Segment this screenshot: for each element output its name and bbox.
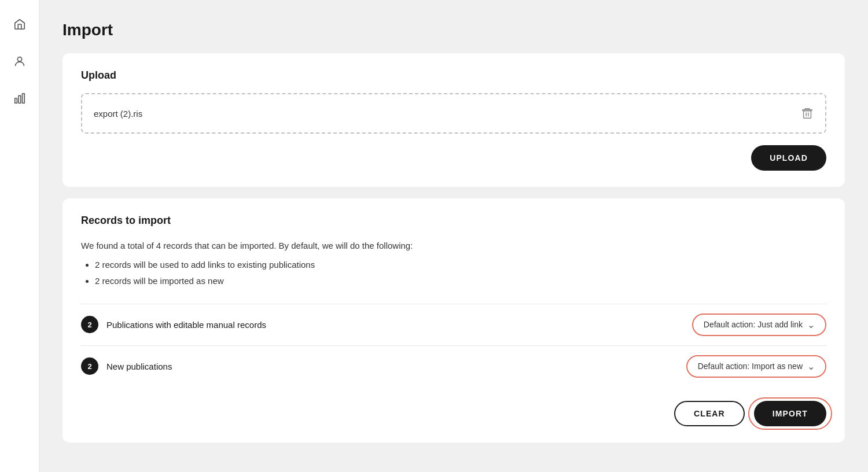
delete-file-icon[interactable] — [801, 107, 814, 120]
clear-button-wrapper: CLEAR — [674, 401, 745, 426]
chevron-down-icon-2: ⌄ — [807, 361, 815, 372]
record-row-1: 2 Publications with editable manual reco… — [81, 304, 826, 345]
home-icon[interactable] — [9, 14, 30, 35]
records-bullet-list: 2 records will be used to add links to e… — [95, 257, 826, 290]
chevron-down-icon-1: ⌄ — [807, 319, 815, 330]
record-label-2: New publications — [106, 362, 686, 371]
svg-point-0 — [17, 57, 21, 61]
action-dropdown-2[interactable]: Default action: Import as new ⌄ — [686, 355, 826, 378]
upload-card-title: Upload — [81, 69, 826, 82]
bullet-item-1: 2 records will be used to add links to e… — [95, 257, 826, 274]
main-content: Import Upload export (2).ris UPLOAD Reco… — [39, 0, 868, 472]
action-dropdown-2-text: Default action: Import as new — [698, 362, 803, 371]
records-card-title: Records to import — [81, 215, 826, 227]
upload-dropzone[interactable]: export (2).ris — [81, 93, 826, 134]
action-dropdown-1[interactable]: Default action: Just add link ⌄ — [692, 314, 826, 336]
svg-rect-1 — [14, 98, 17, 103]
sidebar — [0, 0, 39, 472]
upload-card: Upload export (2).ris UPLOAD — [62, 53, 845, 187]
import-button-wrapper: IMPORT — [754, 401, 826, 426]
records-description: We found a total of 4 records that can b… — [81, 238, 826, 253]
chart-icon[interactable] — [9, 88, 30, 109]
upload-filename: export (2).ris — [94, 109, 142, 119]
records-card: Records to import We found a total of 4 … — [62, 198, 845, 443]
record-row-2: 2 New publications Default action: Impor… — [81, 345, 826, 387]
upload-button[interactable]: UPLOAD — [751, 145, 826, 171]
svg-rect-5 — [804, 110, 811, 118]
action-dropdown-1-text: Default action: Just add link — [704, 320, 803, 329]
record-badge-2: 2 — [81, 357, 98, 375]
user-icon[interactable] — [9, 51, 30, 72]
import-button[interactable]: IMPORT — [754, 401, 826, 426]
record-badge-1: 2 — [81, 316, 98, 333]
svg-rect-3 — [22, 94, 24, 104]
page-title: Import — [62, 21, 845, 39]
action-row: CLEAR IMPORT — [81, 401, 826, 426]
svg-rect-2 — [19, 95, 21, 103]
bullet-item-2: 2 records will be imported as new — [95, 273, 826, 290]
clear-button[interactable]: CLEAR — [674, 401, 745, 426]
record-label-1: Publications with editable manual record… — [106, 320, 692, 330]
